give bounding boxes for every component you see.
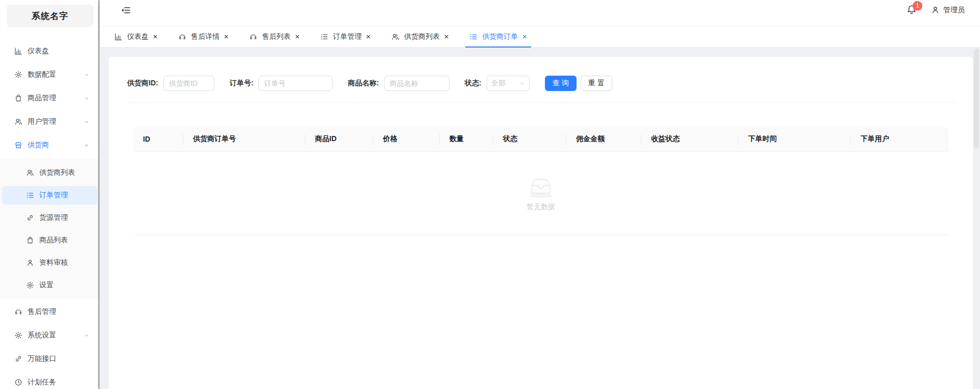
chevron-down-icon <box>519 81 525 86</box>
tab-dashboard[interactable]: 仪表盘 ✕ <box>104 27 168 47</box>
tab-close-icon[interactable]: ✕ <box>444 33 449 40</box>
team-icon <box>14 118 22 126</box>
user-icon <box>931 6 940 14</box>
tab-supplier-orders[interactable]: 供货商订单 ✕ <box>459 27 537 47</box>
page-scrollbar[interactable] <box>974 49 979 148</box>
menu-fold-button[interactable] <box>121 5 132 16</box>
sidebar-item-scheduled-tasks[interactable]: 计划任务 <box>2 372 98 389</box>
bag-icon <box>14 94 22 102</box>
page-content: 供货商ID: 订单号: 商品名称: 状态: 全部 <box>100 48 980 389</box>
shop-icon <box>14 141 22 149</box>
app-title: 系统名字 <box>32 10 68 22</box>
empty-state: 暂无数据 <box>133 152 948 235</box>
sidebar-item-system-settings[interactable]: 系统设置 <box>2 325 98 346</box>
product-name-input[interactable] <box>384 76 449 91</box>
tab-close-icon[interactable]: ✕ <box>295 33 300 40</box>
sidebar-item-user-management[interactable]: 用户管理 <box>2 111 98 132</box>
user-icon <box>26 259 34 267</box>
status-select[interactable]: 全部 <box>487 76 530 91</box>
bag-icon <box>26 236 34 244</box>
clock-icon <box>14 378 22 386</box>
supplier-id-input[interactable] <box>163 76 214 91</box>
sidebar-item-label: 供货商 <box>28 141 79 150</box>
supplier-id-label: 供货商ID: <box>127 79 158 88</box>
sidebar-item-aftersales[interactable]: 售后管理 <box>2 302 98 322</box>
sidebar-item-label: 商品管理 <box>28 94 79 103</box>
tab-close-icon[interactable]: ✕ <box>366 33 371 40</box>
sidebar-item-label: 万能接口 <box>28 354 89 363</box>
col-order-time: 下单时间 <box>738 127 851 151</box>
reset-button[interactable]: 重置 <box>581 76 612 91</box>
sidebar-scrollbar[interactable] <box>98 0 100 389</box>
gear-icon <box>14 331 22 339</box>
sidebar-item-supplier[interactable]: 供货商 <box>2 135 98 155</box>
search-button[interactable]: 查询 <box>545 76 577 91</box>
sidebar-item-order-management[interactable]: 订单管理 <box>2 186 98 204</box>
product-name-label: 商品名称: <box>348 79 379 88</box>
status-select-value: 全部 <box>491 79 506 88</box>
tab-close-icon[interactable]: ✕ <box>224 33 229 40</box>
sidebar-menu: 仪表盘 数据配置 商品管理 用户管理 供货商 供货商列表 <box>0 41 100 389</box>
sidebar-item-universal-api[interactable]: 万能接口 <box>2 349 98 369</box>
link-icon <box>14 355 22 363</box>
tab-label: 订单管理 <box>333 32 362 41</box>
tab-label: 供货商列表 <box>404 32 440 41</box>
tab-label: 售后详情 <box>191 32 220 41</box>
table-header-row: ID 供货商订单号 商品ID 价格 数量 状态 佣金金额 收益状态 下单时间 下… <box>133 127 948 151</box>
sidebar-item-label: 订单管理 <box>39 191 89 200</box>
username: 管理员 <box>943 6 965 15</box>
user-menu[interactable]: 管理员 <box>931 6 965 15</box>
sidebar-item-label: 商品列表 <box>39 236 89 245</box>
chevron-up-icon <box>84 143 89 148</box>
orders-table: ID 供货商订单号 商品ID 价格 数量 状态 佣金金额 收益状态 下单时间 下… <box>133 127 948 235</box>
col-price: 价格 <box>373 127 440 151</box>
filter-product-name: 商品名称: <box>348 76 449 91</box>
supplier-submenu: 供货商列表 订单管理 货源管理 商品列表 资料审核 设置 <box>0 158 100 299</box>
sidebar-item-data-config[interactable]: 数据配置 <box>2 64 98 85</box>
tab-aftersales-detail[interactable]: 售后详情 ✕ <box>168 27 239 47</box>
sidebar-item-label: 设置 <box>39 281 89 290</box>
sidebar-item-supplier-list[interactable]: 供货商列表 <box>2 164 98 182</box>
col-supplier-order-no: 供货商订单号 <box>183 127 305 151</box>
menu-fold-icon <box>121 5 131 15</box>
tab-supplier-list[interactable]: 供货商列表 ✕ <box>381 27 459 47</box>
sidebar-item-label: 仪表盘 <box>28 47 89 56</box>
chevron-down-icon <box>84 96 89 101</box>
headset-icon <box>14 308 22 316</box>
sidebar-item-label: 计划任务 <box>28 378 89 387</box>
notification-button[interactable]: 1 <box>906 5 918 16</box>
tab-label: 供货商订单 <box>482 32 518 41</box>
sidebar-item-product-list[interactable]: 商品列表 <box>2 231 98 249</box>
status-label: 状态: <box>465 79 482 88</box>
chart-icon <box>14 47 22 55</box>
gear-icon <box>26 281 34 289</box>
sidebar-item-label: 资料审核 <box>39 258 89 267</box>
team-icon <box>26 169 34 177</box>
sidebar-item-dashboard[interactable]: 仪表盘 <box>2 41 98 61</box>
sidebar-item-label: 供货商列表 <box>39 168 89 177</box>
filter-supplier-id: 供货商ID: <box>127 76 214 91</box>
tab-aftersales-list[interactable]: 售后列表 ✕ <box>239 27 310 47</box>
sidebar-item-product-management[interactable]: 商品管理 <box>2 88 98 108</box>
list-icon <box>320 33 328 41</box>
filter-order-no: 订单号: <box>230 76 333 91</box>
sidebar-item-settings[interactable]: 设置 <box>2 276 98 294</box>
col-quantity: 数量 <box>440 127 493 151</box>
filter-divider <box>127 102 954 103</box>
tab-close-icon[interactable]: ✕ <box>522 33 527 40</box>
empty-box-icon <box>524 175 558 198</box>
empty-text: 暂无数据 <box>527 202 555 212</box>
sidebar-item-supply-management[interactable]: 货源管理 <box>2 209 98 227</box>
order-no-label: 订单号: <box>230 79 254 88</box>
col-product-id: 商品ID <box>305 127 373 151</box>
list-icon <box>26 191 34 199</box>
sidebar-item-label: 数据配置 <box>28 70 79 79</box>
headset-icon <box>249 33 257 41</box>
sidebar-item-label: 系统设置 <box>28 331 79 340</box>
order-no-input[interactable] <box>258 76 332 91</box>
sidebar-item-data-review[interactable]: 资料审核 <box>2 254 98 272</box>
tab-order-management[interactable]: 订单管理 ✕ <box>310 27 381 47</box>
tab-close-icon[interactable]: ✕ <box>153 33 158 40</box>
col-income-status: 收益状态 <box>641 127 738 151</box>
topbar-right: 1 管理员 <box>906 5 965 16</box>
